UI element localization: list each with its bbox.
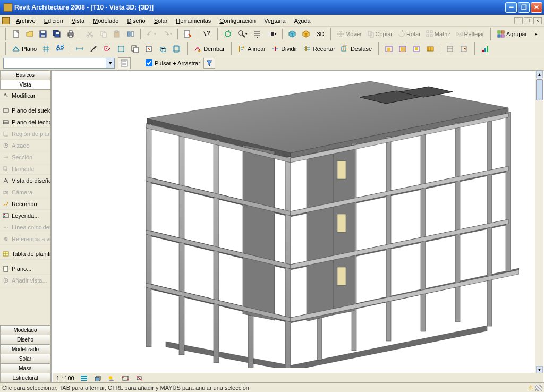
tool-c-button[interactable] bbox=[410, 43, 423, 55]
tab-solar[interactable]: Solar bbox=[0, 354, 50, 363]
tab-diseno[interactable]: Diseño bbox=[0, 335, 50, 344]
menu-archivo[interactable]: Archivo bbox=[12, 16, 40, 25]
tab-basicos[interactable]: Básicos bbox=[0, 70, 50, 80]
shadows-icon[interactable] bbox=[107, 374, 116, 382]
toolbar-overflow[interactable]: ▸ bbox=[530, 28, 542, 40]
press-drag-input[interactable] bbox=[146, 59, 152, 66]
menu-herramientas[interactable]: Herramientas bbox=[172, 16, 215, 25]
derribar-button[interactable]: Derribar bbox=[191, 43, 227, 55]
type-selector[interactable]: ▾ bbox=[3, 58, 115, 69]
menu-solar[interactable]: Solar bbox=[150, 16, 172, 25]
shading-button[interactable]: ▾ bbox=[265, 28, 279, 40]
tool-e-button[interactable] bbox=[444, 43, 456, 55]
agrupar-button[interactable]: Agrupar bbox=[495, 28, 529, 40]
rotar-button[interactable]: Rotar bbox=[396, 28, 423, 40]
save-button[interactable] bbox=[37, 28, 49, 40]
3d-default-button[interactable] bbox=[286, 28, 299, 40]
desfase-button[interactable]: Desfase bbox=[338, 43, 374, 55]
dynview-button[interactable] bbox=[222, 28, 234, 40]
mdi-restore-button[interactable]: ❐ bbox=[524, 17, 532, 24]
copiar-button[interactable]: Copiar bbox=[365, 28, 395, 40]
tool-g-button[interactable] bbox=[479, 43, 491, 55]
tool-b-button[interactable] bbox=[396, 43, 409, 55]
context-help-button[interactable]: ? bbox=[200, 28, 213, 40]
properties-button[interactable] bbox=[118, 57, 131, 69]
sidebar-item-plano-sheet[interactable]: Plano... bbox=[0, 263, 50, 275]
sidebar-item-plano-suelo[interactable]: Plano del suelo... bbox=[0, 105, 50, 116]
grid-button[interactable] bbox=[40, 43, 53, 55]
print-button[interactable] bbox=[64, 28, 77, 40]
resize-grip[interactable] bbox=[536, 385, 542, 391]
menu-vista[interactable]: Vista bbox=[67, 16, 89, 25]
close-button[interactable]: ✕ bbox=[531, 2, 542, 13]
model-graphics-icon[interactable] bbox=[94, 374, 102, 382]
tool-a-button[interactable] bbox=[382, 43, 395, 55]
scroll-up-button[interactable]: ▲ bbox=[536, 71, 543, 78]
copy-view-button[interactable] bbox=[129, 43, 141, 55]
redo-button[interactable]: ▾ bbox=[159, 28, 174, 40]
maximize-button[interactable]: ❐ bbox=[518, 2, 530, 13]
minimize-button[interactable]: ━ bbox=[505, 2, 517, 13]
warning-icon[interactable]: ⚠ bbox=[528, 384, 533, 391]
tab-modelado[interactable]: Modelado bbox=[0, 325, 50, 335]
paste-button[interactable] bbox=[110, 28, 123, 40]
alinear-button[interactable]: Alinear bbox=[235, 43, 268, 55]
scope-box-button[interactable] bbox=[170, 43, 183, 55]
menu-ayuda[interactable]: Ayuda bbox=[290, 16, 315, 25]
sidebar-item-plano-techo[interactable]: Plano del techo bbox=[0, 116, 50, 128]
menu-modelado[interactable]: Modelado bbox=[89, 16, 123, 25]
mover-button[interactable]: Mover bbox=[335, 28, 363, 40]
scroll-down-button[interactable]: ▼ bbox=[536, 366, 543, 373]
tab-estructural[interactable]: Estructural bbox=[0, 373, 50, 382]
cut-button[interactable] bbox=[83, 28, 96, 40]
chevron-down-icon[interactable]: ▾ bbox=[106, 58, 114, 68]
sidebar-item-tabla-planifi[interactable]: Tabla de planifi bbox=[0, 248, 50, 260]
plano-button[interactable]: Plano bbox=[10, 43, 39, 55]
detail-level-icon[interactable] bbox=[80, 374, 88, 382]
menu-configuracion[interactable]: Configuración bbox=[215, 16, 260, 25]
tab-masa[interactable]: Masa bbox=[0, 363, 50, 373]
menu-diseno[interactable]: Diseño bbox=[123, 16, 149, 25]
scroll-thumb[interactable] bbox=[536, 79, 543, 100]
sidebar-item-modificar[interactable]: ↖Modificar bbox=[0, 90, 50, 101]
mdi-close-button[interactable]: × bbox=[533, 17, 542, 24]
3dbox-button[interactable] bbox=[156, 43, 169, 55]
recortar-button[interactable]: Recortar bbox=[301, 43, 337, 55]
mdi-minimize-button[interactable]: ─ bbox=[514, 17, 523, 24]
matriz-button[interactable]: Matriz bbox=[424, 28, 453, 40]
sidebar-item-recorrido[interactable]: Recorrido bbox=[0, 198, 50, 210]
tool-f-button[interactable] bbox=[457, 43, 470, 55]
tab-vista[interactable]: Vista bbox=[0, 80, 50, 89]
line-button[interactable] bbox=[87, 43, 100, 55]
open-button[interactable] bbox=[23, 28, 36, 40]
matchtype-button[interactable] bbox=[124, 28, 137, 40]
manage-links-button[interactable] bbox=[181, 28, 194, 40]
3d-camera-button[interactable] bbox=[300, 28, 312, 40]
section-box-button[interactable] bbox=[115, 43, 128, 55]
vertical-scrollbar[interactable]: ▲ ▼ bbox=[535, 71, 543, 373]
dividir-button[interactable]: Dividir bbox=[269, 43, 300, 55]
menu-ventana[interactable]: Ventana bbox=[260, 16, 290, 25]
dimension-button[interactable] bbox=[73, 43, 86, 55]
menu-edicion[interactable]: Edición bbox=[40, 16, 67, 25]
tool-d-button[interactable] bbox=[424, 43, 437, 55]
undo-button[interactable]: ▾ bbox=[144, 28, 159, 40]
ref-plane-button[interactable]: ABC bbox=[54, 43, 66, 55]
3d-viewport[interactable]: ▲ ▼ bbox=[51, 70, 544, 382]
new-button[interactable] bbox=[10, 28, 22, 40]
mdi-icon[interactable] bbox=[2, 17, 10, 24]
filter-button[interactable] bbox=[203, 58, 215, 69]
tab-modelizado[interactable]: Modelizado bbox=[0, 344, 50, 354]
sidebar-item-leyenda[interactable]: Leyenda... bbox=[0, 210, 50, 221]
saveall-button[interactable] bbox=[50, 28, 63, 40]
zoom-button[interactable]: ▾ bbox=[235, 28, 250, 40]
scale-label[interactable]: 1 : 100 bbox=[56, 375, 74, 381]
thinlines-button[interactable] bbox=[251, 28, 264, 40]
press-drag-checkbox[interactable]: Pulsar + Arrastrar bbox=[146, 59, 200, 66]
copy-button[interactable] bbox=[97, 28, 110, 40]
paste-aligned-button[interactable] bbox=[142, 43, 155, 55]
3d-label[interactable]: 3D bbox=[313, 28, 327, 40]
tag-button[interactable] bbox=[101, 43, 114, 55]
crop-icon[interactable] bbox=[121, 374, 130, 382]
hide-isolate-icon[interactable] bbox=[135, 374, 143, 382]
